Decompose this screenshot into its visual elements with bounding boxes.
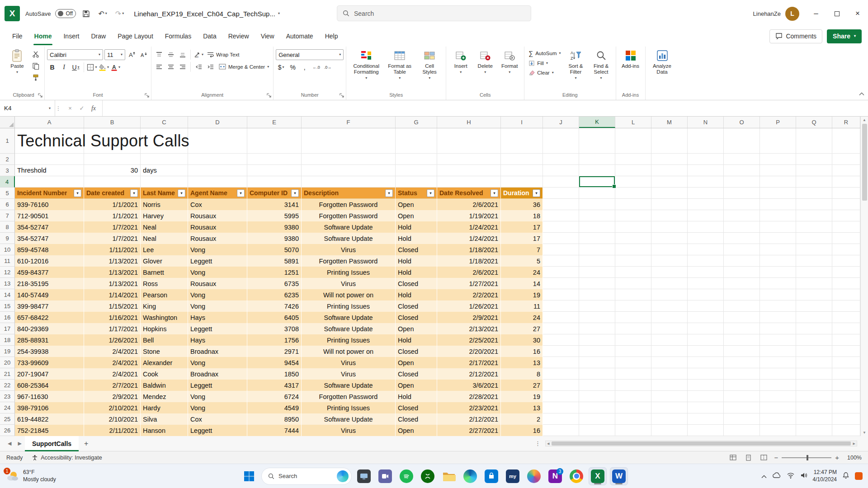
cell-F23[interactable]: Forgotten Password — [302, 391, 396, 402]
cell-Q3[interactable] — [796, 165, 832, 176]
cell-I25[interactable]: 2 — [501, 413, 543, 425]
cell-A2[interactable] — [15, 154, 84, 165]
cell-K16[interactable] — [579, 312, 615, 323]
cell-E5[interactable]: Computer ID▾ — [247, 188, 302, 199]
cell-Q14[interactable] — [796, 289, 832, 300]
cell-K8[interactable] — [579, 221, 615, 233]
cell-M8[interactable] — [651, 221, 688, 233]
cell-N19[interactable] — [688, 346, 724, 357]
cell-B2[interactable] — [84, 154, 141, 165]
cell-J26[interactable] — [543, 425, 579, 436]
cell-I22[interactable]: 27 — [501, 380, 543, 391]
cell-D18[interactable]: Hays — [188, 334, 247, 346]
cell-G6[interactable]: Open — [396, 199, 437, 210]
cell-M18[interactable] — [651, 334, 688, 346]
cell-J15[interactable] — [543, 300, 579, 312]
row-header-1[interactable]: 1 — [0, 128, 15, 154]
row-header-18[interactable]: 18 — [0, 334, 15, 346]
cell-N12[interactable] — [688, 267, 724, 278]
borders-button[interactable]: ▾ — [87, 62, 97, 72]
cell-A19[interactable]: 254-39938 — [15, 346, 84, 357]
cell-F11[interactable]: Forgotten Password — [302, 255, 396, 267]
cell-F1[interactable] — [302, 128, 396, 154]
cell-D11[interactable]: Leggett — [188, 255, 247, 267]
cell-E10[interactable]: 5070 — [247, 244, 302, 255]
add-ins-button[interactable]: Add-ins — [618, 47, 643, 70]
conditional-formatting-button[interactable]: Conditional Formatting ▾ — [349, 47, 384, 81]
cell-K20[interactable] — [579, 357, 615, 368]
cell-J13[interactable] — [543, 278, 579, 289]
cell-E22[interactable]: 4317 — [247, 380, 302, 391]
cell-M22[interactable] — [651, 380, 688, 391]
format-painter-button[interactable] — [30, 72, 41, 83]
cell-K5[interactable] — [579, 188, 615, 199]
cell-N17[interactable] — [688, 323, 724, 334]
cell-C7[interactable]: Harvey — [141, 210, 188, 221]
increase-font-button[interactable]: A — [127, 50, 137, 60]
cell-F4[interactable] — [302, 176, 396, 188]
autosave-toggle[interactable]: Off — [55, 9, 76, 18]
cell-J17[interactable] — [543, 323, 579, 334]
cell-H7[interactable]: 1/19/2021 — [437, 210, 501, 221]
column-header-O[interactable]: O — [724, 117, 760, 128]
font-size-select[interactable]: 11▾ — [104, 49, 125, 60]
row-header-16[interactable]: 16 — [0, 312, 15, 323]
sort-filter-button[interactable]: AZ Sort & Filter ▾ — [563, 47, 589, 81]
cell-Q10[interactable] — [796, 244, 832, 255]
formula-bar-handle[interactable]: ⋮ — [55, 100, 61, 116]
clipboard-dialog-launcher[interactable] — [38, 93, 43, 98]
cell-G20[interactable]: Open — [396, 357, 437, 368]
cell-G25[interactable]: Closed — [396, 413, 437, 425]
cell-P16[interactable] — [760, 312, 796, 323]
cell-C17[interactable]: Hopkins — [141, 323, 188, 334]
cell-M21[interactable] — [651, 368, 688, 380]
cell-K6[interactable] — [579, 199, 615, 210]
cell-R18[interactable] — [832, 334, 860, 346]
cell-F2[interactable] — [302, 154, 396, 165]
tab-automate[interactable]: Automate — [280, 27, 319, 45]
share-button[interactable]: Share ▾ — [827, 29, 862, 43]
sheetbar-more-icon[interactable]: ⋮ — [530, 440, 545, 447]
cell-E16[interactable]: 6405 — [247, 312, 302, 323]
cell-P7[interactable] — [760, 210, 796, 221]
cell-P19[interactable] — [760, 346, 796, 357]
collapse-ribbon-button[interactable] — [859, 89, 864, 98]
align-left-button[interactable] — [154, 61, 164, 72]
cell-C22[interactable]: Baldwin — [141, 380, 188, 391]
find-select-button[interactable]: Find & Select ▾ — [589, 47, 613, 81]
cell-G16[interactable]: Closed — [396, 312, 437, 323]
cell-L23[interactable] — [615, 391, 651, 402]
cell-M25[interactable] — [651, 413, 688, 425]
cell-M11[interactable] — [651, 255, 688, 267]
teams-button[interactable] — [376, 467, 394, 485]
cell-F18[interactable]: Printing Issues — [302, 334, 396, 346]
cell-N14[interactable] — [688, 289, 724, 300]
cell-M20[interactable] — [651, 357, 688, 368]
cell-R15[interactable] — [832, 300, 860, 312]
cell-K11[interactable] — [579, 255, 615, 267]
fill-button[interactable]: Fill▾ — [527, 59, 562, 67]
cell-O21[interactable] — [724, 368, 760, 380]
cell-E21[interactable]: 1850 — [247, 368, 302, 380]
cell-R7[interactable] — [832, 210, 860, 221]
cell-R3[interactable] — [832, 165, 860, 176]
notifications-button[interactable] — [842, 472, 849, 481]
cell-P24[interactable] — [760, 402, 796, 413]
start-button[interactable] — [240, 467, 258, 485]
cell-O20[interactable] — [724, 357, 760, 368]
cell-A24[interactable]: 398-79106 — [15, 402, 84, 413]
cell-J10[interactable] — [543, 244, 579, 255]
copy-button[interactable] — [30, 61, 41, 71]
tray-chevron-button[interactable] — [761, 472, 767, 480]
cell-I12[interactable]: 24 — [501, 267, 543, 278]
column-header-K[interactable]: K — [579, 117, 615, 128]
cell-I23[interactable]: 19 — [501, 391, 543, 402]
tab-data[interactable]: Data — [197, 27, 222, 45]
cell-P8[interactable] — [760, 221, 796, 233]
row-header-4[interactable]: 4 — [0, 176, 15, 188]
cell-P20[interactable] — [760, 357, 796, 368]
cell-G10[interactable]: Closed — [396, 244, 437, 255]
cell-I1[interactable] — [501, 128, 543, 154]
cell-L3[interactable] — [615, 165, 651, 176]
cell-K21[interactable] — [579, 368, 615, 380]
